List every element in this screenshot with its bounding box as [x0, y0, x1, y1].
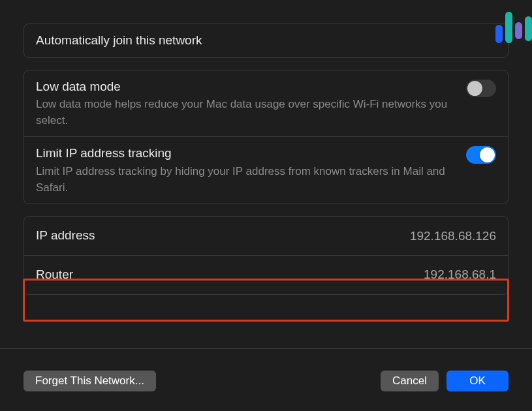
- auto-join-row[interactable]: Automatically join this network: [24, 24, 508, 57]
- auto-join-section: Automatically join this network: [23, 23, 509, 58]
- ip-address-value: 192.168.68.126: [410, 229, 496, 243]
- router-value: 192.168.68.1: [424, 267, 496, 282]
- data-options-section: Low data mode Low data mode helps reduce…: [23, 70, 509, 205]
- router-label: Router: [36, 266, 73, 284]
- ip-address-row: IP address 192.168.68.126: [24, 217, 508, 255]
- low-data-title: Low data mode: [36, 78, 453, 96]
- limit-ip-desc: Limit IP address tracking by hiding your…: [36, 164, 453, 196]
- ok-button[interactable]: OK: [446, 371, 509, 391]
- footer-divider: [0, 348, 532, 349]
- router-row: Router 192.168.68.1: [24, 255, 508, 294]
- limit-ip-title: Limit IP address tracking: [36, 145, 453, 162]
- ip-address-label: IP address: [36, 227, 95, 245]
- low-data-mode-row: Low data mode Low data mode helps reduce…: [24, 70, 508, 137]
- cancel-button[interactable]: Cancel: [381, 371, 439, 391]
- low-data-toggle[interactable]: [466, 80, 496, 97]
- limit-ip-row: Limit IP address tracking Limit IP addre…: [24, 136, 508, 204]
- network-info-section: IP address 192.168.68.126 Router 192.168…: [23, 216, 509, 294]
- footer: Forget This Network... Cancel OK: [23, 371, 509, 391]
- limit-ip-toggle[interactable]: [466, 146, 496, 164]
- decorative-logo: [495, 12, 532, 43]
- auto-join-label: Automatically join this network: [36, 32, 202, 50]
- forget-network-button[interactable]: Forget This Network...: [23, 371, 156, 391]
- low-data-desc: Low data mode helps reduce your Mac data…: [36, 97, 453, 129]
